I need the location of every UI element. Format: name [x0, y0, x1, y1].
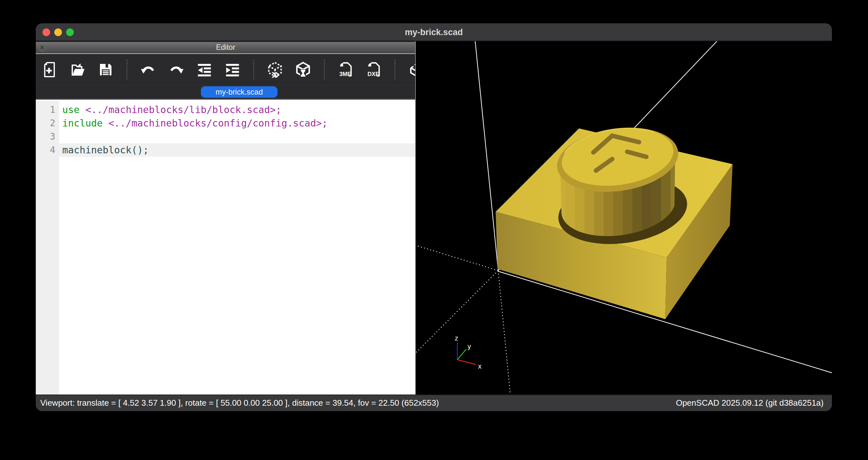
status-bar: Viewport: translate = [ 4.52 3.57 1.90 ]… — [36, 395, 832, 411]
axis-label-y: y — [467, 343, 471, 350]
undo-icon — [140, 61, 157, 78]
render-icon — [294, 61, 312, 78]
code-line[interactable]: use <../machineblocks/lib/block.scad>; — [59, 103, 415, 117]
save-file-icon — [97, 61, 114, 78]
gutter-line-number: 2 — [36, 117, 59, 130]
tab-my-brick-scad[interactable]: my-brick.scad — [201, 86, 278, 98]
render-button[interactable] — [294, 61, 312, 78]
code-token: <../machineblocks/lib/block.scad>; — [85, 104, 281, 115]
code-text-area[interactable]: use <../machineblocks/lib/block.scad>;in… — [59, 101, 415, 395]
new-file-button[interactable] — [41, 61, 58, 78]
app-window: my-brick.scad ✕ Editor 3MF — [36, 23, 832, 411]
undo-button[interactable] — [140, 61, 157, 78]
save-file-button[interactable] — [97, 61, 114, 78]
code-line[interactable]: include <../machineblocks/config/config.… — [59, 117, 415, 130]
editor-panel: ✕ Editor 3MF — [36, 41, 415, 395]
preview-button[interactable] — [266, 61, 284, 78]
preview-icon — [266, 61, 284, 78]
gutter-line-number: 3 — [36, 130, 59, 144]
open-file-button[interactable] — [69, 61, 86, 78]
unindent-button[interactable] — [196, 61, 213, 78]
gutter-line-number: 1 — [36, 103, 59, 117]
window-title: my-brick.scad — [36, 23, 832, 41]
svg-text:DXF: DXF — [368, 70, 379, 77]
toolbar-separator — [126, 60, 127, 80]
code-line[interactable] — [59, 130, 415, 144]
code-token: use — [62, 104, 85, 115]
editor-toolbar: 3MF DXF — [36, 54, 415, 85]
indent-button[interactable] — [224, 61, 241, 78]
export-3mf-icon: 3MF — [337, 61, 354, 78]
toolbar-separator — [324, 60, 325, 80]
code-token: include — [62, 118, 108, 129]
export-dxf-icon: DXF — [365, 61, 382, 78]
indent-icon — [224, 61, 241, 78]
export-3mf-button[interactable]: 3MF — [337, 61, 354, 78]
editor-panel-header: ✕ Editor — [36, 41, 415, 54]
toolbar-separator — [394, 60, 395, 80]
line-number-gutter: 1234 — [36, 101, 59, 395]
viewport-status-text: Viewport: translate = [ 4.52 3.57 1.90 ]… — [40, 395, 439, 410]
gutter-line-number: 4 — [36, 144, 59, 157]
code-editor[interactable]: 1234 use <../machineblocks/lib/block.sca… — [36, 99, 415, 395]
axis-label-x: x — [478, 363, 482, 370]
code-token: <../machineblocks/config/config.scad>; — [108, 118, 328, 129]
redo-button[interactable] — [168, 61, 185, 78]
3d-viewport[interactable]: z y x — [415, 41, 832, 395]
version-text: OpenSCAD 2025.09.12 (git d38a6251a) — [676, 395, 824, 410]
title-bar[interactable]: my-brick.scad — [36, 23, 832, 41]
panel-splitter[interactable] — [415, 41, 416, 395]
panel-close-icon[interactable]: ✕ — [38, 43, 46, 52]
unindent-icon — [196, 61, 213, 78]
toolbar-separator — [253, 60, 254, 80]
open-file-icon — [69, 61, 86, 78]
tab-bar: my-brick.scad — [36, 85, 415, 98]
code-token: machineblock(); — [62, 144, 149, 156]
redo-icon — [168, 61, 185, 78]
svg-text:3MF: 3MF — [339, 70, 351, 77]
axis-label-z: z — [455, 334, 459, 342]
code-line[interactable]: machineblock(); — [59, 144, 415, 157]
new-file-icon — [41, 61, 58, 78]
editor-panel-title: Editor — [216, 43, 235, 52]
export-dxf-button[interactable]: DXF — [365, 61, 382, 78]
